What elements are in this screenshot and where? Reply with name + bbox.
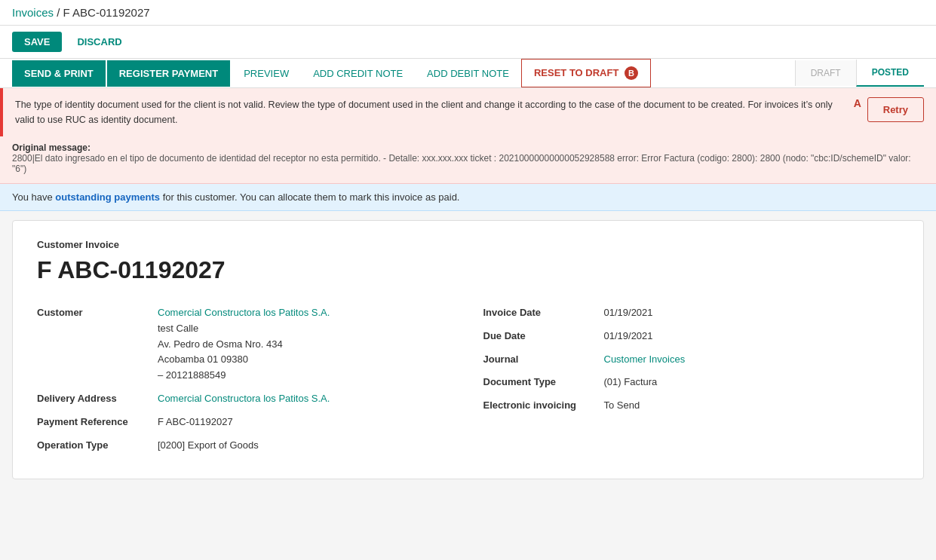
- customer-address2: Av. Pedro de Osma Nro. 434: [158, 338, 283, 350]
- delivery-address-label: Delivery Address: [37, 391, 158, 404]
- action-bar: SEND & PRINT REGISTER PAYMENT PREVIEW AD…: [0, 59, 936, 88]
- delivery-address-link[interactable]: Comercial Constructora los Patitos S.A.: [158, 391, 330, 407]
- journal-label: Journal: [483, 352, 604, 365]
- document-type-value: (01) Factura: [604, 375, 658, 390]
- delivery-address-value: Comercial Constructora los Patitos S.A.: [158, 391, 330, 407]
- reset-to-draft-button[interactable]: RESET TO DRAFT B: [521, 59, 651, 87]
- invoice-fields: Customer Comercial Constructora los Pati…: [37, 305, 899, 461]
- due-date-field: Due Date 01/19/2021: [483, 329, 900, 344]
- document-type-label: Document Type: [483, 375, 604, 387]
- operation-type-label: Operation Type: [37, 438, 158, 451]
- info-banner: You have outstanding payments for this c…: [0, 184, 936, 211]
- journal-link[interactable]: Customer Invoices: [604, 352, 686, 368]
- customer-name-link[interactable]: Comercial Constructora los Patitos S.A.: [158, 305, 330, 321]
- operation-type-field: Operation Type [0200] Export of Goods: [37, 438, 453, 454]
- invoice-date-value: 01/19/2021: [604, 305, 653, 321]
- invoice-date-field: Invoice Date 01/19/2021: [483, 305, 900, 321]
- breadcrumb-parent[interactable]: Invoices: [12, 6, 54, 19]
- invoice-right: Invoice Date 01/19/2021 Due Date 01/19/2…: [483, 305, 900, 461]
- customer-field: Customer Comercial Constructora los Pati…: [37, 305, 453, 384]
- original-message: Original message: 2800|El dato ingresado…: [0, 136, 936, 184]
- invoice-left: Customer Comercial Constructora los Pati…: [37, 305, 453, 461]
- discard-button[interactable]: DISCARD: [68, 32, 130, 52]
- customer-address1: test Calle: [158, 323, 198, 334]
- status-draft[interactable]: DRAFT: [795, 60, 856, 86]
- add-debit-note-button[interactable]: ADD DEBIT NOTE: [415, 60, 521, 87]
- invoice-container: Customer Invoice F ABC-01192027 Customer…: [12, 220, 924, 479]
- payment-ref-label: Payment Reference: [37, 415, 158, 427]
- document-type-field: Document Type (01) Factura: [483, 375, 900, 390]
- breadcrumb-current: F ABC-01192027: [63, 6, 150, 19]
- customer-address3: Acobamba 01 09380: [158, 353, 248, 365]
- customer-label: Customer: [37, 305, 158, 318]
- invoice-type-label: Customer Invoice: [37, 239, 899, 250]
- info-text-after: for this customer. You can allocate them…: [160, 191, 459, 203]
- delivery-address-field: Delivery Address Comercial Constructora …: [37, 391, 453, 407]
- status-steps: DRAFT POSTED: [795, 60, 924, 87]
- journal-field: Journal Customer Invoices: [483, 352, 900, 368]
- send-print-button[interactable]: SEND & PRINT: [12, 60, 106, 87]
- preview-button[interactable]: PREVIEW: [232, 60, 301, 87]
- due-date-label: Due Date: [483, 329, 604, 341]
- breadcrumb: Invoices / F ABC-01192027: [12, 6, 150, 19]
- save-button[interactable]: SAVE: [12, 32, 62, 52]
- badge-b: B: [625, 66, 638, 80]
- original-message-label: Original message:: [12, 142, 91, 153]
- badge-a: A: [854, 97, 861, 109]
- breadcrumb-separator: /: [57, 6, 63, 19]
- top-bar: Invoices / F ABC-01192027: [0, 0, 936, 26]
- electronic-invoicing-field: Electronic invoicing To Send: [483, 398, 900, 414]
- invoice-number: F ABC-01192027: [37, 256, 899, 284]
- info-text-before: You have: [12, 191, 55, 203]
- electronic-invoicing-label: Electronic invoicing: [483, 398, 604, 411]
- original-message-text: 2800|El dato ingresado en el tipo de doc…: [12, 153, 911, 174]
- payment-ref-value: F ABC-01192027: [158, 415, 233, 430]
- error-message: The type of identity document used for t…: [15, 99, 833, 125]
- customer-value: Comercial Constructora los Patitos S.A. …: [158, 305, 330, 384]
- error-banner: The type of identity document used for t…: [0, 88, 936, 136]
- journal-value: Customer Invoices: [604, 352, 686, 368]
- operation-type-value: [0200] Export of Goods: [158, 438, 259, 454]
- save-bar: SAVE DISCARD: [0, 26, 936, 59]
- info-highlight: outstanding payments: [55, 191, 160, 203]
- due-date-value: 01/19/2021: [604, 329, 653, 344]
- error-text: The type of identity document used for t…: [15, 97, 848, 127]
- payment-ref-field: Payment Reference F ABC-01192027: [37, 415, 453, 430]
- register-payment-button[interactable]: REGISTER PAYMENT: [107, 60, 230, 87]
- invoice-date-label: Invoice Date: [483, 305, 604, 318]
- customer-id: – 20121888549: [158, 369, 226, 381]
- retry-button[interactable]: Retry: [867, 97, 924, 122]
- status-posted[interactable]: POSTED: [856, 60, 924, 87]
- electronic-invoicing-value: To Send: [604, 398, 640, 414]
- add-credit-note-button[interactable]: ADD CREDIT NOTE: [301, 60, 415, 87]
